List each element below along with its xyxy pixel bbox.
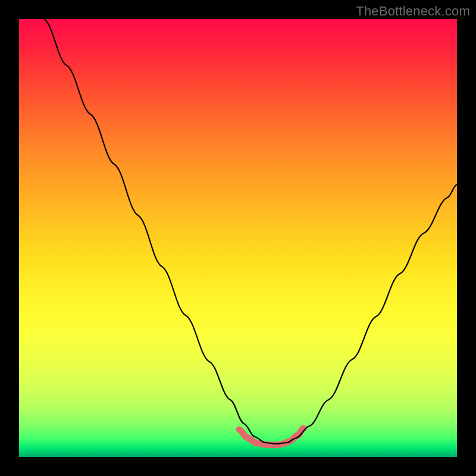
chart-frame: TheBottleneck.com bbox=[0, 0, 476, 476]
plot-area bbox=[19, 19, 457, 457]
highlight-trough bbox=[239, 428, 303, 445]
watermark-text: TheBottleneck.com bbox=[356, 4, 470, 19]
bottleneck-curve bbox=[44, 19, 457, 444]
curve-layer bbox=[19, 19, 457, 457]
